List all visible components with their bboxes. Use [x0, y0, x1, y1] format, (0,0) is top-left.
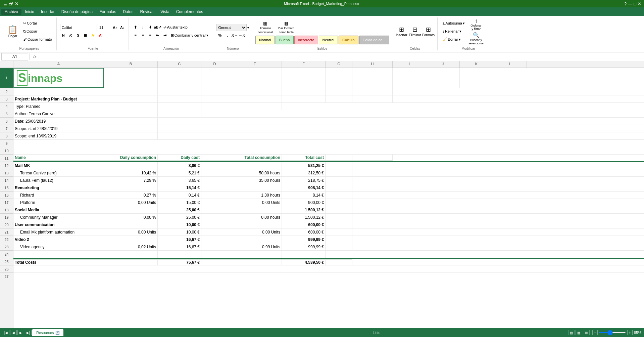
cell-C24[interactable]: [158, 251, 201, 258]
cell-C25[interactable]: 75,67 €: [158, 259, 201, 265]
cell-F19[interactable]: 1.500,12 €: [282, 214, 326, 221]
cell-D11[interactable]: [201, 155, 228, 161]
cell-C16[interactable]: 0,14 €: [158, 192, 201, 199]
page-layout-button[interactable]: ▦: [576, 330, 582, 335]
name-box-input[interactable]: [1, 53, 28, 60]
col-header-I[interactable]: I: [393, 61, 426, 68]
cell-F1[interactable]: [282, 68, 326, 88]
zoom-increase-button[interactable]: +: [627, 330, 633, 335]
cell-B21[interactable]: 0,00 Units: [104, 228, 158, 236]
cell-D24[interactable]: [201, 251, 228, 258]
font-color-button[interactable]: A: [97, 32, 104, 39]
cell-D4[interactable]: [201, 103, 228, 110]
cell-D23[interactable]: [201, 243, 228, 250]
cell-A17[interactable]: Platform: [13, 199, 104, 206]
ordenar-filtrar-button[interactable]: ↕ Ordenar y filtrar: [468, 17, 485, 31]
format-as-table-button[interactable]: ▦ Dar formato como tabla: [276, 19, 297, 35]
cell-A7[interactable]: Scope: start 24/06/2019: [13, 125, 104, 132]
cell-F15[interactable]: 908,14 €: [282, 184, 326, 191]
cell-A16[interactable]: Richard: [13, 192, 104, 199]
cell-E2[interactable]: [228, 88, 282, 95]
cell-C3[interactable]: [158, 95, 201, 102]
row-num-22[interactable]: 22: [0, 236, 13, 243]
cell-A4[interactable]: Type: Planned: [13, 103, 104, 110]
row-num-27[interactable]: 27: [0, 273, 13, 280]
cell-G16[interactable]: [326, 192, 352, 199]
row-num-10[interactable]: 10: [0, 147, 13, 155]
cell-C13[interactable]: 5,21 €: [158, 169, 201, 176]
style-incorrecto-button[interactable]: Incorrecto: [294, 36, 318, 44]
cell-C20[interactable]: 10,00 €: [158, 221, 201, 228]
row-num-18[interactable]: 18: [0, 206, 13, 214]
cell-A25[interactable]: Total Costs: [13, 259, 104, 265]
font-size-input[interactable]: [98, 24, 111, 31]
cell-A6[interactable]: Date: 25/06/2019: [13, 118, 104, 125]
text-orientation-button[interactable]: ab↗: [154, 24, 161, 31]
cell-G18[interactable]: [326, 206, 352, 213]
cell-B6[interactable]: [104, 118, 158, 125]
cell-D21[interactable]: [201, 228, 228, 236]
italic-button[interactable]: K: [67, 32, 74, 39]
cell-H3[interactable]: [352, 95, 393, 102]
cell-C19[interactable]: 25,00 €: [158, 214, 201, 221]
cell-A21[interactable]: Email Mk plaftform automation: [13, 228, 104, 236]
cell-E4[interactable]: [228, 103, 282, 110]
cell-A24[interactable]: [13, 251, 104, 258]
align-right-button[interactable]: ≡: [147, 32, 154, 39]
col-header-F[interactable]: F: [282, 61, 326, 68]
row-num-9[interactable]: 9: [0, 140, 13, 147]
cell-E19[interactable]: 0,00 hours: [228, 214, 282, 221]
borrar-button[interactable]: 🧹 Borrar▾: [441, 36, 466, 43]
cell-C23[interactable]: 16,67 €: [158, 243, 201, 250]
cell-C4[interactable]: [158, 103, 201, 110]
cell-A13[interactable]: Teresa Canive (tere): [13, 169, 104, 176]
cell-B16[interactable]: 0,27 %: [104, 192, 158, 199]
font-name-input[interactable]: [60, 24, 97, 31]
cell-E3[interactable]: [228, 95, 282, 102]
cell-E23[interactable]: 0,99 Units: [228, 243, 282, 250]
formula-input[interactable]: [40, 53, 643, 60]
cell-A9[interactable]: [13, 140, 104, 147]
cell-C11[interactable]: Daily cost: [158, 155, 201, 161]
cell-A26[interactable]: [13, 265, 104, 272]
col-header-E[interactable]: E: [228, 61, 282, 68]
cell-E14[interactable]: 35,00 hours: [228, 177, 282, 184]
cell-B18[interactable]: [104, 206, 158, 213]
row-num-23[interactable]: 23: [0, 243, 13, 251]
number-format-select[interactable]: General Número Moneda: [216, 24, 247, 31]
cell-D2[interactable]: [201, 88, 228, 95]
cell-A18[interactable]: Social Media: [13, 206, 104, 213]
sheet-nav-next[interactable]: ▶: [17, 330, 24, 335]
cell-D13[interactable]: [201, 169, 228, 176]
cell-B1[interactable]: [104, 68, 158, 88]
cell-A14[interactable]: Laura Fem (lau12): [13, 177, 104, 184]
cell-E12[interactable]: [228, 162, 282, 169]
merge-center-button[interactable]: ⊞ Combinar y centrar▾: [169, 32, 210, 39]
cell-B17[interactable]: 0,00 Units: [104, 199, 158, 206]
row-num-20[interactable]: 20: [0, 221, 13, 228]
row-num-21[interactable]: 21: [0, 228, 13, 236]
cell-G3[interactable]: [326, 95, 352, 102]
cell-A5[interactable]: Author: Teresa Canive: [13, 110, 104, 117]
row-num-1[interactable]: 1: [0, 68, 13, 88]
font-size-decrease-button[interactable]: A↓: [119, 24, 126, 31]
copiar-button[interactable]: ⧉ Copiar: [21, 28, 54, 35]
window-minimize[interactable]: —: [628, 1, 632, 6]
cell-B25[interactable]: [104, 259, 158, 265]
cell-G12[interactable]: [326, 162, 352, 169]
cell-D16[interactable]: [201, 192, 228, 199]
cell-C1[interactable]: [158, 68, 201, 88]
row-num-3[interactable]: 3: [0, 95, 13, 103]
cell-F11[interactable]: Total cost: [282, 155, 326, 161]
menu-datos[interactable]: Datos: [119, 9, 137, 15]
row-num-13[interactable]: 13: [0, 169, 13, 177]
copiar-formato-button[interactable]: 🖌 Copiar formato: [21, 36, 54, 43]
cell-F17[interactable]: 900,00 €: [282, 199, 326, 206]
style-normal-button[interactable]: Normal: [255, 36, 275, 44]
style-calculo-button[interactable]: Cálculo: [339, 36, 358, 44]
cell-D3[interactable]: [201, 95, 228, 102]
style-buena-button[interactable]: Buena: [276, 36, 294, 44]
cell-G17[interactable]: [326, 199, 352, 206]
cell-F18[interactable]: 1.500,12 €: [282, 206, 326, 213]
cell-I2[interactable]: [393, 88, 426, 95]
